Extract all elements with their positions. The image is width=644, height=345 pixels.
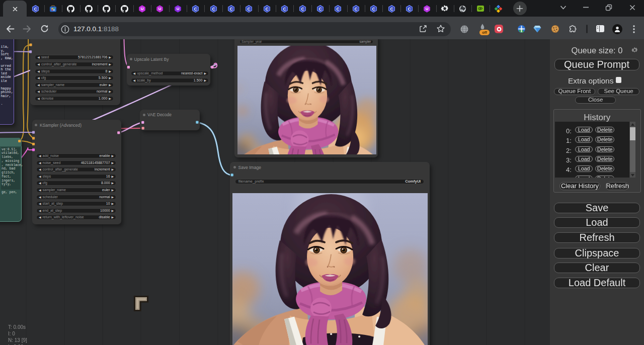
svg-text:C: C [372,6,375,11]
svg-text:C: C [265,6,268,11]
svg-text:C: C [337,6,340,11]
svg-text:C: C [390,6,393,11]
svg-text:C: C [212,6,215,11]
svg-text:C: C [194,6,197,11]
svg-text:U: U [158,7,162,11]
svg-text:U: U [426,7,429,11]
svg-text:C: C [354,6,357,11]
svg-text:C: C [318,6,321,11]
svg-text:C: C [229,6,232,11]
svg-text:C: C [301,6,304,11]
svg-text:C: C [34,6,37,11]
svg-text:U: U [176,7,179,11]
svg-text:C: C [408,6,411,11]
svg-text:C: C [248,6,251,11]
svg-text:U: U [141,7,144,11]
svg-text:C: C [283,6,286,11]
